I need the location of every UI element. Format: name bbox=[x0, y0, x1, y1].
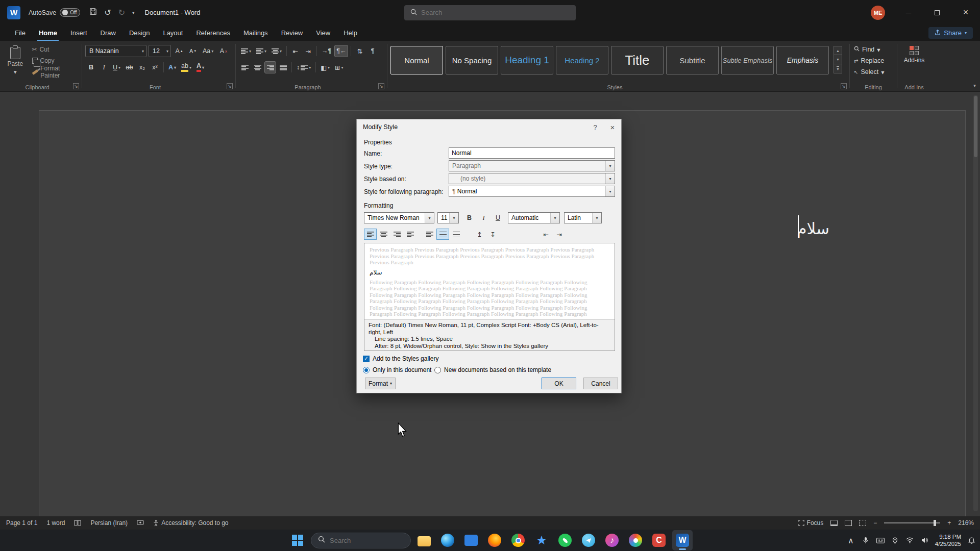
share-button[interactable]: Share ▾ bbox=[928, 27, 973, 39]
dialog-close-button[interactable]: × bbox=[604, 119, 621, 135]
customize-qat-icon[interactable]: ▾ bbox=[132, 10, 135, 15]
document-text[interactable]: سلام bbox=[797, 219, 829, 238]
increase-indent-button[interactable]: ⇥ bbox=[302, 45, 314, 57]
taskbar-star-app[interactable]: ★ bbox=[531, 530, 552, 550]
show-paragraph-marks-button[interactable]: ¶ bbox=[366, 45, 378, 57]
bold-button[interactable]: B bbox=[85, 61, 97, 73]
tab-layout[interactable]: Layout bbox=[156, 25, 189, 41]
taskbar-search-box[interactable] bbox=[311, 533, 411, 548]
vertical-scrollbar[interactable] bbox=[973, 95, 978, 511]
taskbar-whatsapp[interactable] bbox=[555, 530, 575, 550]
zoom-level[interactable]: 216% bbox=[958, 519, 974, 527]
style-based-on-combobox[interactable]: (no style)▾ bbox=[449, 173, 615, 184]
line-spacing-button[interactable]: ↕▾ bbox=[295, 61, 313, 73]
format-color-combobox[interactable]: Automatic▾ bbox=[508, 212, 560, 223]
clear-formatting-button[interactable]: Ax bbox=[217, 45, 229, 57]
dialog-help-button[interactable]: ? bbox=[586, 119, 604, 135]
page-count[interactable]: Page 1 of 1 bbox=[6, 519, 37, 527]
format-underline-button[interactable]: U bbox=[492, 212, 504, 223]
undo-button[interactable]: ↺ bbox=[104, 8, 111, 17]
tab-draw[interactable]: Draw bbox=[94, 25, 122, 41]
user-avatar[interactable]: ME bbox=[871, 6, 885, 20]
justify-button[interactable] bbox=[277, 61, 289, 73]
new-documents-option[interactable]: New documents based on this template bbox=[434, 366, 551, 373]
format-script-combobox[interactable]: Latin▾ bbox=[564, 212, 602, 223]
proofing-book-icon[interactable] bbox=[74, 520, 81, 526]
minimize-button[interactable]: ─ bbox=[894, 0, 923, 25]
touch-keyboard-icon[interactable] bbox=[876, 536, 885, 545]
language-indicator[interactable]: Persian (Iran) bbox=[90, 519, 128, 527]
increase-font-size-button[interactable]: A▴ bbox=[173, 45, 185, 57]
tab-insert[interactable]: Insert bbox=[64, 25, 94, 41]
style-chip-subtitle[interactable]: Subtitle bbox=[666, 46, 719, 74]
zoom-slider-thumb[interactable] bbox=[934, 520, 936, 526]
shading-button[interactable]: ◧▾ bbox=[318, 61, 332, 73]
text-effects-button[interactable]: A▾ bbox=[166, 61, 178, 73]
dlg-align-right-button[interactable] bbox=[390, 229, 403, 240]
taskbar-firefox[interactable] bbox=[484, 530, 505, 550]
strikethrough-button[interactable]: ab bbox=[124, 61, 135, 73]
bullets-button[interactable]: ▾ bbox=[239, 45, 253, 57]
start-button[interactable] bbox=[287, 530, 308, 550]
single-spacing-button[interactable] bbox=[423, 229, 436, 240]
style-type-combobox[interactable]: Paragraph▾ bbox=[449, 160, 615, 171]
paste-button[interactable]: Paste ▾ bbox=[3, 44, 28, 79]
style-chip-emphasis[interactable]: Emphasis bbox=[776, 46, 829, 74]
format-italic-button[interactable]: I bbox=[477, 212, 490, 223]
dialog-title-bar[interactable]: Modify Style ? × bbox=[357, 119, 621, 135]
clock[interactable]: 9:18 PM 4/25/2025 bbox=[935, 533, 961, 547]
dlg-justify-button[interactable] bbox=[404, 229, 416, 240]
borders-button[interactable]: ⊞▾ bbox=[333, 61, 346, 73]
style-name-input[interactable] bbox=[449, 147, 615, 159]
redo-button[interactable]: ↻ bbox=[118, 8, 125, 17]
style-chip-title[interactable]: Title bbox=[611, 46, 664, 74]
maximize-button[interactable] bbox=[923, 0, 951, 25]
increase-space-before-button[interactable]: ↥ bbox=[473, 229, 486, 240]
autosave-toggle[interactable]: AutoSave Off bbox=[29, 8, 80, 17]
style-chip-heading1[interactable]: Heading 1 bbox=[501, 46, 553, 74]
web-layout-button[interactable] bbox=[859, 520, 866, 526]
add-to-gallery-option[interactable]: ✓ Add to the Styles gallery bbox=[363, 355, 438, 362]
format-size-combobox[interactable]: 11▾ bbox=[437, 212, 459, 223]
styles-scroll-down-button[interactable]: ▾ bbox=[834, 55, 842, 64]
tab-references[interactable]: References bbox=[189, 25, 236, 41]
macro-record-icon[interactable] bbox=[137, 520, 144, 526]
collapse-ribbon-button[interactable]: ▾ bbox=[973, 83, 976, 88]
format-menu-button[interactable]: Format▾ bbox=[365, 378, 396, 389]
scrollbar-thumb[interactable] bbox=[974, 96, 977, 157]
cancel-button[interactable]: Cancel bbox=[583, 378, 618, 389]
autosave-toggle-pill[interactable]: Off bbox=[60, 8, 80, 17]
font-dialog-launcher[interactable]: ↘ bbox=[227, 83, 233, 89]
cut-button[interactable]: ✂Cut bbox=[31, 44, 79, 55]
tab-home[interactable]: Home bbox=[32, 25, 64, 41]
decrease-font-size-button[interactable]: A▾ bbox=[187, 45, 199, 57]
superscript-button[interactable]: x² bbox=[149, 61, 161, 73]
highlight-color-button[interactable]: ab▾ bbox=[179, 61, 193, 73]
font-name-combobox[interactable]: B Nazanin▾ bbox=[85, 45, 146, 57]
tab-view[interactable]: View bbox=[309, 25, 337, 41]
taskbar-word[interactable]: W bbox=[672, 530, 693, 550]
dlg-increase-indent-button[interactable]: ⇥ bbox=[553, 229, 566, 240]
paragraph-dialog-launcher[interactable]: ↘ bbox=[378, 83, 384, 89]
ltr-direction-button[interactable]: →¶ bbox=[320, 45, 333, 57]
tab-mailings[interactable]: Mailings bbox=[237, 25, 275, 41]
tab-file[interactable]: File bbox=[8, 25, 32, 41]
save-icon[interactable] bbox=[89, 8, 97, 17]
print-layout-button[interactable] bbox=[845, 520, 852, 526]
network-wifi-icon[interactable] bbox=[905, 536, 915, 545]
find-button[interactable]: Find ▾ bbox=[853, 44, 894, 55]
italic-button[interactable]: I bbox=[98, 61, 110, 73]
styles-gallery-more-button[interactable]: ▾ bbox=[834, 64, 842, 73]
notifications-bell-icon[interactable] bbox=[967, 536, 976, 545]
taskbar-search-input[interactable] bbox=[330, 537, 404, 544]
taskbar-telegram[interactable] bbox=[578, 530, 599, 550]
zoom-out-button[interactable]: − bbox=[873, 519, 877, 527]
one-half-spacing-button[interactable] bbox=[436, 229, 449, 240]
taskbar-music-app[interactable]: ♪ bbox=[602, 530, 622, 550]
change-case-button[interactable]: Aa▾ bbox=[201, 45, 215, 57]
zoom-slider[interactable] bbox=[884, 522, 940, 523]
style-following-combobox[interactable]: ¶ Normal ▾ bbox=[449, 186, 615, 197]
tab-review[interactable]: Review bbox=[275, 25, 310, 41]
zoom-in-button[interactable]: + bbox=[947, 519, 951, 527]
replace-button[interactable]: ⇄ Replace bbox=[853, 55, 894, 66]
